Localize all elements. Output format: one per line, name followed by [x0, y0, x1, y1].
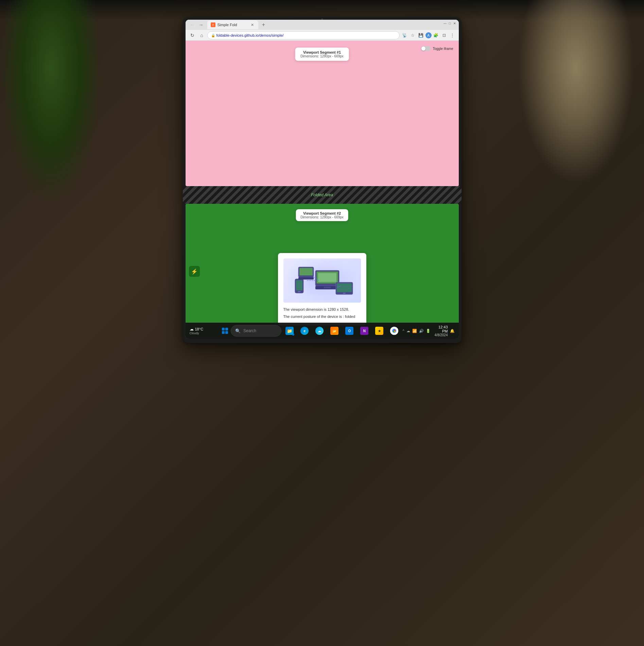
taskbar-app-file-explorer[interactable]: 📁 [283, 324, 296, 338]
device-info-card: The viewport dimension is 1280 x 1528. T… [278, 253, 366, 325]
temperature-value: 18°C [195, 327, 204, 331]
tray-wifi-icon: 📶 [412, 329, 417, 333]
orange-app-icon: 📂 [330, 327, 338, 335]
home-button[interactable]: ⌂ [198, 31, 206, 39]
toggle-knob [421, 47, 425, 51]
nav-back-button[interactable]: ← [188, 21, 196, 29]
close-button[interactable]: ✕ [453, 21, 457, 25]
save-button[interactable]: 💾 [417, 32, 425, 39]
new-tab-button[interactable]: + [260, 21, 268, 29]
search-icon: 🔍 [235, 328, 241, 334]
weather-icon: ☁ [190, 327, 194, 331]
nav-forward-button[interactable]: → [197, 21, 205, 29]
taskbar-app-orange[interactable]: 📂 [328, 324, 341, 338]
taskbar-app-edge[interactable]: e [298, 324, 311, 338]
onedrive-icon: ☁ [315, 327, 324, 335]
bottom-screen-panel: ⚡ Viewport Segment #2 Dimensions: 1280px… [186, 204, 459, 339]
web-content-top-segment: Viewport Segment #1 Dimensions: 1280px -… [186, 41, 459, 186]
notification-center-button[interactable]: 🔔 [450, 329, 455, 333]
extension-button[interactable]: 🧩 [432, 32, 440, 39]
taskbar-app-onenote[interactable]: N [358, 324, 371, 338]
security-icon: 🔒 [211, 34, 215, 37]
search-placeholder: Search [243, 328, 256, 333]
clock-date: 4/8/2024 [435, 333, 448, 337]
top-screen-panel: ← → f Simple Fold ✕ + [186, 20, 459, 186]
chrome-browser-bar: ← → f Simple Fold ✕ + [186, 20, 459, 41]
taskbar: ☁ 18°C Cloudy [186, 323, 459, 339]
bottom-screen-green: ⚡ Viewport Segment #2 Dimensions: 1280px… [186, 204, 459, 339]
laptop-body: ← → f Simple Fold ✕ + [176, 17, 468, 343]
svg-rect-4 [318, 273, 336, 282]
window-controls: — □ ✕ [443, 21, 457, 25]
url-text: foldable-devices.github.io/demos/simple/ [216, 33, 284, 37]
bookmark-button[interactable]: ☆ [409, 32, 417, 39]
tray-cloud-icon: ☁ [406, 329, 410, 333]
chrome-tab-bar: ← → f Simple Fold ✕ + [186, 20, 459, 30]
tray-sound-icon: 🔊 [419, 329, 424, 333]
menu-button[interactable]: ⋮ [449, 32, 456, 39]
taskbar-app-yellow[interactable]: ★ [372, 324, 386, 338]
taskbar-search-bar[interactable]: 🔍 Search [231, 325, 281, 337]
yellow-app-icon: ★ [375, 327, 383, 335]
laptop-device: ← → f Simple Fold ✕ + [176, 17, 468, 343]
tab-favicon: f [211, 22, 215, 27]
svg-rect-9 [298, 291, 301, 292]
posture-text: The current posture of the device is : f… [283, 314, 361, 320]
left-app-icon: ⚡ [189, 266, 200, 277]
minimize-button[interactable]: — [443, 21, 447, 25]
svg-rect-14 [299, 268, 313, 275]
tray-expand-button[interactable]: ^ [402, 329, 404, 333]
viewport-dimension-text: The viewport dimension is 1280 x 1528. [283, 307, 361, 313]
device-chassis: ← → f Simple Fold ✕ + [183, 17, 462, 343]
url-bar[interactable]: 🔒 foldable-devices.github.io/demos/simpl… [207, 31, 400, 39]
weather-widget: ☁ 18°C Cloudy [190, 327, 217, 335]
devices-svg [288, 260, 356, 301]
viewport-segment-2-info: Viewport Segment #2 Dimensions: 1280px -… [296, 209, 348, 221]
taskbar-app-chrome[interactable] [387, 324, 401, 338]
plant-decoration [0, 0, 102, 204]
toggle-switch[interactable] [421, 46, 431, 51]
cast-button[interactable]: 📡 [401, 32, 408, 39]
taskbar-app-outlook[interactable]: O [343, 324, 356, 338]
nav-actions: 📡 ☆ 💾 A 🧩 ⊡ ⋮ [401, 32, 456, 39]
svg-rect-12 [343, 293, 346, 294]
segment1-dimensions: Dimensions: 1280px - 669px [300, 54, 344, 58]
system-tray: ^ ☁ 📶 🔊 🔋 12:43 PM 4/8/2024 🔔 [402, 325, 454, 337]
device-card-text: The viewport dimension is 1280 x 1528. T… [283, 307, 361, 320]
weather-temperature: ☁ 18°C [190, 327, 204, 331]
segment2-title: Viewport Segment #2 [300, 211, 344, 215]
chrome-icon [390, 327, 398, 335]
reload-button[interactable]: ↻ [188, 31, 196, 39]
svg-rect-6 [324, 287, 331, 288]
segment1-title: Viewport Segment #1 [300, 50, 344, 54]
segment2-dimensions: Dimensions: 1280px - 669px [300, 215, 344, 219]
chrome-nav-bar: ↻ ⌂ 🔒 foldable-devices.github.io/demos/s… [186, 30, 459, 41]
system-clock[interactable]: 12:43 PM 4/8/2024 [435, 325, 448, 337]
toggle-label: Toggle iframe [433, 47, 453, 51]
tray-battery-icon: 🔋 [426, 329, 431, 333]
taskbar-container: ☁ 18°C Cloudy [186, 323, 459, 339]
svg-rect-8 [296, 280, 302, 290]
weather-description: Cloudy [190, 331, 199, 335]
onenote-icon: N [360, 327, 368, 335]
device-illustration [283, 258, 361, 303]
viewport-segment-1-info: Viewport Segment #1 Dimensions: 1280px -… [295, 48, 349, 61]
browser-tab-simple-fold[interactable]: f Simple Fold ✕ [207, 20, 258, 29]
profile-button[interactable]: A [425, 32, 432, 38]
svg-rect-11 [337, 283, 352, 292]
svg-rect-15 [298, 277, 314, 280]
edge-icon: e [300, 327, 309, 335]
taskbar-app-photos[interactable]: ☁ [313, 324, 326, 338]
sidebar-button[interactable]: ⊡ [440, 32, 448, 39]
fold-hinge-area: Folded Area [183, 186, 462, 204]
folded-area-label: Folded Area [311, 193, 333, 197]
notification-dot [292, 334, 294, 336]
yoda-decoration [508, 0, 644, 204]
start-button[interactable] [221, 324, 229, 338]
windows-logo [222, 328, 228, 334]
taskbar-apps: 📁 e ☁ [283, 324, 401, 338]
outlook-icon: O [345, 327, 353, 335]
maximize-button[interactable]: □ [448, 21, 452, 25]
toggle-iframe-control[interactable]: Toggle iframe [421, 46, 453, 51]
tab-close-button[interactable]: ✕ [250, 22, 255, 27]
